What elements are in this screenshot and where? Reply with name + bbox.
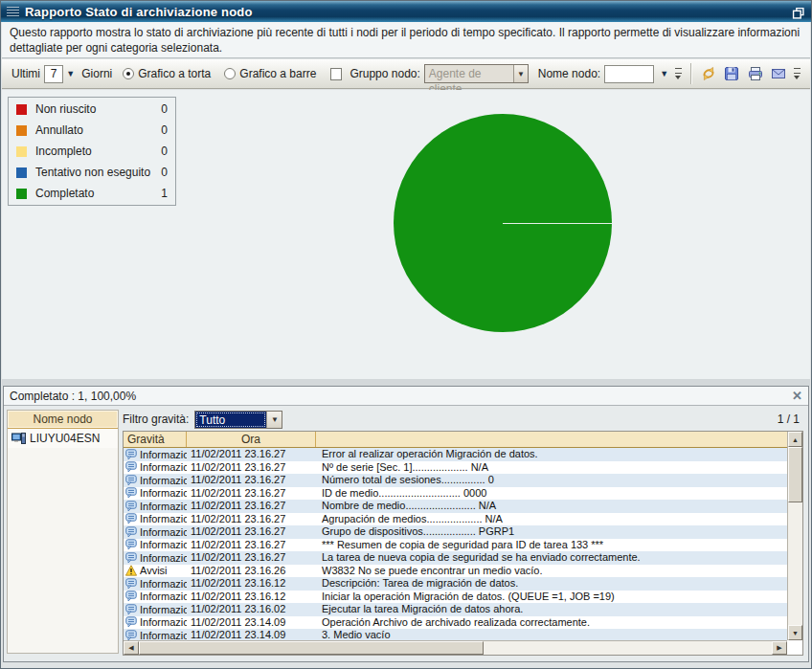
pie-slice-boundary [503,223,612,224]
node-name-input[interactable] [604,65,654,83]
grip-icon [7,7,19,17]
node-name-dropdown-arrow[interactable]: ▼ [660,69,668,78]
legend-value: 0 [154,102,168,116]
table-row[interactable]: Informazioni 11/02/2011 23.16.27 Número … [124,474,787,487]
log-rows-viewport: Informazioni 11/02/2011 23.16.27 Error a… [124,448,787,640]
severity-cell: Avvisi [124,565,187,578]
popout-icon[interactable] [792,6,805,18]
node-name: LIUYU04ESN [30,432,100,445]
info-icon [125,604,137,615]
email-button[interactable] [768,63,789,84]
message-cell: La tarea de nueva copia de seguridad se … [316,551,787,565]
message-cell: Número total de sesiones............... … [316,474,787,487]
severity-label: Informazioni [140,604,187,615]
legend-item-non-riuscito[interactable]: Non riuscito 0 [16,102,168,116]
time-cell: 11/02/2011 23.16.27 [187,448,316,461]
time-cell: 11/02/2011 23.16.27 [187,539,316,552]
severity-cell: Informazioni [124,539,187,552]
table-row[interactable]: Informazioni 11/02/2011 23.16.27 Nº de s… [124,461,787,475]
days-dropdown-arrow[interactable]: ▼ [66,69,75,78]
icons-overflow-icon[interactable] [793,66,801,81]
node-list-item[interactable]: LIUYU04ESN [8,429,118,448]
scroll-up-icon[interactable]: ▲ [788,432,802,447]
time-cell: 11/02/2011 23.14.09 [187,629,316,640]
table-row[interactable]: Informazioni 11/02/2011 23.16.27 Agrupac… [124,513,787,526]
severity-cell: Informazioni [124,487,187,501]
severity-label: Informazioni [140,461,187,473]
severity-label: Informazioni [140,616,187,628]
legend-item-completato[interactable]: Completato 1 [16,187,168,200]
legend-swatch [16,146,27,157]
severity-cell: Informazioni [124,474,187,487]
severity-cell: Informazioni [124,591,187,604]
severity-label: Informazioni [140,591,187,602]
info-icon [125,616,137,628]
legend-swatch [16,167,27,178]
table-row[interactable]: Informazioni 11/02/2011 23.16.02 Ejecuta… [124,603,787,616]
scroll-right-icon[interactable]: ▶ [772,641,787,655]
message-cell: Nombre de medio........................ … [316,500,787,513]
chart-area: Non riuscito 0 Annullato 0 Incompleto 0 … [2,90,810,379]
pie-chart[interactable] [394,114,612,332]
days-value-box[interactable]: 7 [44,65,63,83]
message-cell: Operación Archivo de archivado realizada… [316,616,787,630]
message-cell: *** Resumen de copia de seguridad para I… [316,539,787,552]
time-cell: 11/02/2011 23.16.12 [187,577,316,591]
info-icon [125,449,137,460]
info-icon [125,539,137,550]
table-row[interactable]: Informazioni 11/02/2011 23.16.27 Grupo d… [124,525,787,539]
window-titlebar: Rapporto Stato di archiviazione nodo [1,1,811,22]
time-cell: 11/02/2011 23.16.27 [187,487,316,501]
detail-panel-header: Completato : 1, 100,00% ✕ [4,387,808,406]
table-row[interactable]: Informazioni 11/02/2011 23.16.27 Nombre … [124,500,787,513]
column-header-time[interactable]: Ora [187,432,316,447]
save-button[interactable] [721,63,742,84]
vertical-scrollbar[interactable]: ▲ ▼ [787,432,802,640]
scroll-left-icon[interactable]: ◀ [124,641,139,655]
table-row[interactable]: Informazioni 11/02/2011 23.16.12 Descrip… [124,577,787,591]
column-header-severity[interactable]: Gravità [124,432,187,447]
close-icon[interactable]: ✕ [792,390,802,402]
horizontal-scroll-thumb[interactable] [139,641,484,655]
scroll-down-icon[interactable]: ▼ [788,625,802,640]
radio-selected-icon [123,68,134,79]
info-icon [125,526,137,538]
table-row[interactable]: Informazioni 11/02/2011 23.16.27 Error a… [124,448,787,461]
group-node-checkbox[interactable] [330,68,342,80]
severity-label: Informazioni [140,630,187,640]
table-row[interactable]: Informazioni 11/02/2011 23.16.27 ID de m… [124,487,787,501]
severity-cell: Informazioni [124,513,187,526]
legend-item-annullato[interactable]: Annullato 0 [16,123,168,137]
info-icon [125,591,137,602]
legend-value: 0 [154,123,168,137]
toolbar-overflow-icon[interactable] [674,66,683,81]
severity-label: Informazioni [140,487,187,499]
column-header-message[interactable] [316,432,787,447]
severity-label: Informazioni [140,501,187,512]
legend-value: 1 [154,187,168,200]
table-row[interactable]: Informazioni 11/02/2011 23.16.12 Iniciar… [124,591,787,604]
severity-label: Informazioni [140,449,187,460]
legend-item-tentativo-non-eseguito[interactable]: Tentativo non eseguito 0 [16,166,168,179]
table-row[interactable]: Informazioni 11/02/2011 23.14.09 Operaci… [124,616,787,630]
node-column-header[interactable]: Nome nodo [8,411,118,429]
severity-cell: Informazioni [124,629,187,640]
legend-item-incompleto[interactable]: Incompleto 0 [16,145,168,158]
severity-filter-row: Filtro gravità: Tutto ▼ 1 / 1 [123,408,803,431]
severity-filter-select[interactable]: Tutto ▼ [194,411,282,429]
print-button[interactable] [745,63,766,84]
table-row[interactable]: Informazioni 11/02/2011 23.16.27 La tare… [124,551,787,565]
chevron-down-icon[interactable]: ▼ [266,412,282,428]
time-cell: 11/02/2011 23.16.27 [187,474,316,487]
vertical-scroll-thumb[interactable] [788,447,802,502]
info-icon [125,578,137,590]
table-row[interactable]: Informazioni 11/02/2011 23.16.27 *** Res… [124,539,787,552]
table-row[interactable]: Informazioni 11/02/2011 23.14.09 3. Medi… [124,629,787,640]
pie-chart-radio[interactable]: Grafico a torta [123,67,211,80]
bar-chart-radio[interactable]: Grafico a barre [224,67,316,80]
message-cell: Error al realizar operación Migración de… [316,448,787,461]
report-window: Rapporto Stato di archiviazione nodo Que… [0,0,812,669]
refresh-button[interactable] [698,63,719,84]
horizontal-scrollbar[interactable]: ◀ ▶ [124,640,787,655]
table-row[interactable]: Avvisi 11/02/2011 23.16.26 W3832 No se p… [124,565,787,578]
